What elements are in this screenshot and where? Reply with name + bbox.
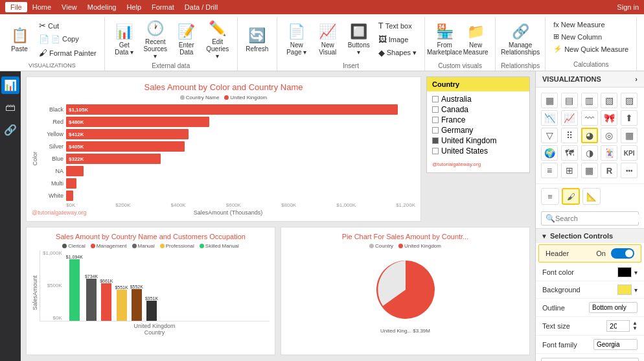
data-view-icon[interactable]: 🗃	[3, 99, 18, 116]
vis-icon-kpi[interactable]: KPI	[621, 145, 638, 161]
new-visual-button[interactable]: 📈 NewVisual	[314, 19, 342, 60]
from-marketplace-button[interactable]: 🏪 FromMarketplace	[430, 19, 459, 60]
vis-icon-stacked-col[interactable]: ▧	[601, 93, 617, 108]
menu-file[interactable]: File	[5, 2, 27, 12]
menu-format[interactable]: Format	[146, 2, 179, 12]
menu-help[interactable]: Help	[121, 2, 146, 12]
checkbox-germany[interactable]	[432, 127, 439, 134]
menu-bar: File Home View Modeling Help Format Data…	[0, 0, 644, 14]
checkbox-france[interactable]	[432, 117, 439, 123]
bar-chart-card[interactable]: Sales Amount by Color and Country Name C…	[26, 76, 421, 222]
header-toggle[interactable]	[611, 248, 634, 259]
outline-row: Outline Bottom only	[536, 299, 644, 317]
legend-country-name: Country Name	[180, 95, 220, 100]
new-column-button[interactable]: ⊞ New Column	[551, 31, 631, 42]
vis-icon-line-clustered[interactable]: 〰	[581, 110, 598, 126]
vis-icon-clustered-bar[interactable]: ▤	[561, 93, 578, 108]
vis-icon-pie[interactable]: ◕	[581, 128, 598, 143]
model-view-icon[interactable]: 🔗	[1, 121, 19, 139]
country-australia[interactable]: Australia	[432, 94, 524, 104]
checkbox-us[interactable]	[432, 148, 439, 154]
visualizations-expand-icon[interactable]: ›	[635, 75, 638, 83]
vis-icon-stacked-bar[interactable]: ▦	[541, 93, 558, 108]
vis-icon-ribbon[interactable]: 🎀	[601, 110, 617, 126]
vis-icon-treemap[interactable]: ▦	[621, 128, 638, 143]
vis-icon-clustered-col[interactable]: ▨	[621, 93, 638, 108]
revert-to-default-button[interactable]: Revert to default	[541, 358, 639, 361]
country-uk[interactable]: United Kingdom	[432, 135, 524, 146]
background-color-swatch[interactable]	[617, 285, 632, 295]
vis-icon-card[interactable]: 🃏	[601, 145, 617, 161]
bar-black: $1,105K	[66, 104, 398, 115]
format-tab-button[interactable]: 🖌	[562, 188, 580, 205]
vis-icon-scatter[interactable]: ⠿	[561, 128, 578, 143]
vis-icon-donut[interactable]: ◎	[601, 128, 617, 143]
vis-icon-map[interactable]: 🌍	[541, 145, 558, 161]
vis-icon-more[interactable]: •••	[621, 163, 638, 178]
paste-button[interactable]: 📋 Paste	[5, 19, 34, 60]
menu-modeling[interactable]: Modeling	[82, 2, 122, 12]
search-input[interactable]	[555, 215, 644, 222]
checkbox-australia[interactable]	[432, 96, 439, 102]
text-size-down[interactable]: ▼	[632, 326, 638, 331]
analytics-tab-button[interactable]: 📐	[582, 188, 601, 205]
selection-controls-header[interactable]: ▼ Selection Controls	[536, 228, 644, 243]
from-file-button[interactable]: 📁 New Measure	[461, 19, 490, 60]
vis-icon-gauge[interactable]: ◑	[581, 145, 598, 161]
menu-home[interactable]: Home	[27, 2, 56, 12]
sign-in[interactable]: Sign in	[617, 3, 639, 11]
external-data-buttons: 📊 GetData ▾ 🕐 RecentSources ▾ 📝 EnterDat…	[110, 19, 232, 60]
vis-icon-area[interactable]: 📈	[561, 110, 578, 126]
legend-dot-management	[91, 244, 95, 248]
checkbox-uk[interactable]	[432, 137, 439, 144]
country-filter-card[interactable]: Country Australia Canada France	[426, 76, 530, 173]
cut-button[interactable]: ✂ Cut	[36, 19, 99, 32]
text-box-button[interactable]: T Text box	[376, 19, 419, 32]
vis-icon-r-visual[interactable]: R	[601, 163, 617, 178]
quick-measure-button[interactable]: ⚡ Selection Controls New Quick Measure	[551, 43, 631, 54]
new-page-button[interactable]: 📄 NewPage ▾	[282, 19, 311, 60]
copy-button[interactable]: 📄 📄 Copy	[36, 33, 99, 45]
font-color-swatch[interactable]	[617, 267, 632, 277]
font-color-dropdown-arrow[interactable]: ▾	[634, 269, 638, 276]
format-painter-button[interactable]: 🖌 Format Painter	[36, 47, 99, 59]
ribbon-group-insert: 📄 NewPage ▾ 📈 NewVisual 🔲 Buttons ▾ T Te…	[277, 17, 425, 71]
manage-relationships-button[interactable]: 🔗 ManageRelationships	[506, 19, 535, 60]
vis-icon-line[interactable]: 📉	[541, 110, 558, 126]
search-box[interactable]: 🔍	[541, 211, 639, 226]
checkbox-canada[interactable]	[432, 106, 439, 113]
enter-data-button[interactable]: 📝 EnterData	[172, 19, 201, 60]
refresh-button[interactable]: 🔄 Refresh	[243, 19, 271, 60]
vis-icon-slicer[interactable]: ≡	[541, 163, 558, 178]
vis-icon-table[interactable]: ⊞	[561, 163, 578, 178]
report-view-icon[interactable]: 📊	[1, 76, 19, 94]
edit-queries-button[interactable]: ✏️ EditQueries ▾	[203, 19, 232, 60]
vis-icon-waterfall[interactable]: ⬆	[621, 110, 638, 126]
country-us[interactable]: United States	[432, 146, 524, 156]
pie-chart-card[interactable]: Pie Chart For Sales Amount by Countr... …	[281, 227, 530, 355]
legend-management: Management	[91, 243, 127, 249]
font-family-dropdown[interactable]: Georgia	[593, 339, 638, 350]
pie-legend-dot-country	[369, 244, 374, 248]
vis-icon-matrix[interactable]: ▦	[581, 163, 598, 178]
vis-icon-100pct-bar[interactable]: ▥	[581, 93, 598, 108]
bar-x-axis: $0K $200K $400K $600K $800K $1,000K $1,2…	[66, 202, 415, 208]
outline-dropdown[interactable]: Bottom only	[589, 302, 638, 313]
shapes-button[interactable]: ◆ Shapes ▾	[376, 47, 419, 59]
country-canada[interactable]: Canada	[432, 104, 524, 115]
get-data-button[interactable]: 📊 GetData ▾	[110, 19, 139, 60]
fields-tab-button[interactable]: ≡	[541, 188, 559, 205]
vis-icon-funnel[interactable]: ▽	[541, 128, 558, 143]
vbar-chart-card[interactable]: Sales Amount by Country Name and Custome…	[26, 227, 275, 355]
recent-sources-button[interactable]: 🕐 RecentSources ▾	[141, 19, 170, 60]
menu-view[interactable]: View	[56, 2, 82, 12]
image-button[interactable]: 🖼 Image	[376, 33, 419, 45]
buttons-button[interactable]: 🔲 Buttons ▾	[345, 19, 373, 60]
new-measure-button[interactable]: fx New Measure	[551, 19, 631, 30]
country-france[interactable]: France	[432, 115, 524, 125]
vis-icon-filled-map[interactable]: 🗺	[561, 145, 578, 161]
menu-data-drill[interactable]: Data / Drill	[179, 2, 223, 12]
text-size-input[interactable]	[606, 320, 630, 332]
background-dropdown-arrow[interactable]: ▾	[634, 286, 638, 294]
country-germany[interactable]: Germany	[432, 125, 524, 135]
